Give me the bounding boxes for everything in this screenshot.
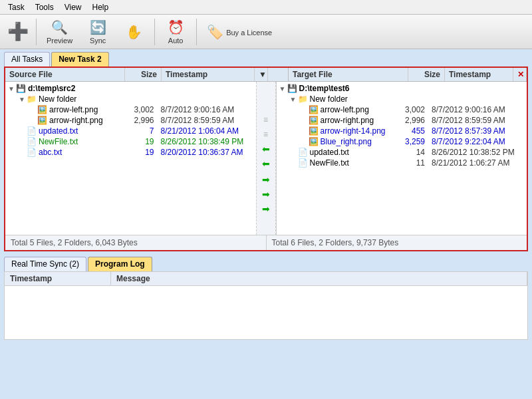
folder-icon: 📁	[298, 94, 308, 104]
source-folder-name: New folder	[39, 94, 255, 104]
expand-icon[interactable]: ▼	[7, 85, 16, 92]
target-file-size: 11	[399, 158, 429, 168]
source-file-timestamp: 8/7/2012 8:59:59 AM	[158, 116, 255, 125]
menu-item-view[interactable]: View	[59, 1, 87, 13]
source-file-timestamp: 8/7/2012 9:00:16 AM	[158, 105, 255, 114]
log-area: Timestamp Message	[4, 271, 528, 340]
menu-item-task[interactable]: Task	[3, 1, 30, 13]
image-icon: 🖼️	[309, 126, 319, 136]
sync-eq-1: ≡	[263, 114, 268, 126]
list-item: 📄 updated.txt 7 8/21/2012 1:06:04 AM	[5, 126, 256, 136]
auto-icon: ⏰	[168, 19, 184, 35]
source-file-name[interactable]: abc.txt	[39, 148, 125, 157]
target-root: ▼ 💾 D:\temp\test6	[277, 83, 527, 94]
sort-icon[interactable]: ▼	[255, 68, 268, 81]
source-file-size: 19	[125, 148, 158, 157]
list-item: 📄 NewFile.txt 19 8/26/2012 10:38:49 PM	[5, 136, 256, 147]
hand-button[interactable]: ✋	[117, 21, 150, 43]
close-panel-button[interactable]: ✕	[513, 68, 527, 81]
new-task-icon: ➕	[7, 21, 29, 42]
source-file-size: 19	[125, 137, 158, 146]
sync-right-1: ➡	[262, 174, 270, 186]
tab-real-time-sync[interactable]: Real Time Sync (2)	[4, 257, 86, 271]
sync-label: Sync	[90, 37, 106, 45]
target-panel: ▼ 💾 D:\temp\test6 ▼ 📁 New folder 🖼️ arro…	[276, 82, 527, 235]
tab-all-tasks[interactable]: All Tasks	[4, 52, 50, 66]
source-file-name[interactable]: NewFile.txt	[39, 137, 125, 146]
source-file-size: 7	[125, 126, 158, 136]
image-icon: 🖼️	[37, 116, 47, 125]
sync-left-2: ⬅	[262, 158, 270, 170]
source-file-name[interactable]: arrow-right.png	[49, 116, 125, 125]
text-file-icon: 📄	[27, 126, 37, 136]
target-file-header: Target File	[289, 68, 408, 81]
source-file-name[interactable]: arrow-left.png	[49, 105, 125, 114]
list-item: 📄 abc.txt 19 8/20/2012 10:36:37 AM	[5, 147, 256, 158]
source-file-timestamp: 8/21/2012 1:06:04 AM	[158, 126, 255, 136]
target-file-size: 3,002	[399, 105, 429, 114]
source-root: ▼ 💾 d:\temp\src2	[5, 83, 256, 94]
log-headers: Timestamp Message	[5, 272, 527, 286]
drive-icon: 💾	[287, 84, 297, 93]
target-file-size: 14	[399, 148, 429, 157]
target-folder-new: ▼ 📁 New folder	[277, 94, 527, 104]
text-file-icon: 📄	[27, 148, 37, 157]
toolbar: ➕ 🔍 Preview 🔄 Sync ✋ ⏰ Auto 🏷️ Buy a Lic…	[0, 15, 532, 49]
totals-row: Total 5 Files, 2 Folders, 6,043 Bytes To…	[5, 235, 527, 250]
source-file-timestamp: 8/20/2012 10:36:37 AM	[158, 148, 255, 157]
target-file-name[interactable]: updated.txt	[310, 148, 400, 157]
auto-label: Auto	[168, 37, 184, 45]
target-file-name[interactable]: arrow-right.png	[321, 116, 400, 125]
sync-right-2: ➡	[262, 188, 270, 200]
target-totals: Total 6 Files, 2 Folders, 9,737 Bytes	[266, 235, 527, 250]
preview-label: Preview	[47, 37, 72, 45]
top-tabs: All Tasks New Task 2	[0, 49, 532, 66]
target-file-name[interactable]: arrow-left.png	[321, 105, 400, 114]
preview-icon: 🔍	[51, 19, 68, 35]
expand-icon[interactable]: ▼	[278, 85, 287, 92]
image-icon: 🖼️	[309, 116, 319, 125]
target-folder-name: New folder	[310, 94, 526, 104]
new-task-button[interactable]: ➕	[4, 19, 32, 44]
list-item: 🖼️ arrow-left.png 3,002 8/7/2012 9:00:16…	[5, 104, 256, 115]
source-file-name[interactable]: updated.txt	[39, 126, 125, 136]
text-file-icon: 📄	[298, 158, 308, 168]
target-file-name[interactable]: Blue_right.png	[321, 137, 400, 146]
list-item: 📄 NewFile.txt 11 8/21/2012 1:06:27 AM	[277, 158, 527, 168]
menu-item-tools[interactable]: Tools	[30, 1, 59, 13]
source-root-label: d:\temp\src2	[28, 84, 255, 93]
list-item: 🖼️ arrow-left.png 3,002 8/7/2012 9:00:16…	[277, 104, 527, 115]
column-headers: Source File Size Timestamp ▼ Target File…	[5, 68, 527, 82]
image-icon: 🖼️	[37, 105, 47, 114]
auto-button[interactable]: ⏰ Auto	[159, 16, 192, 48]
source-timestamp-header: Timestamp	[162, 68, 255, 81]
buy-license-label: Buy a License	[226, 29, 272, 37]
source-panel: ▼ 💾 d:\temp\src2 ▼ 📁 New folder 🖼️ arrow…	[5, 82, 256, 235]
bottom-tabs: Real Time Sync (2) Program Log	[0, 254, 532, 271]
folder-icon: 📁	[27, 94, 37, 104]
expand-icon[interactable]: ▼	[17, 96, 27, 103]
tab-program-log[interactable]: Program Log	[88, 257, 152, 271]
log-content	[5, 286, 527, 339]
target-root-label: D:\temp\test6	[299, 84, 526, 93]
expand-icon[interactable]: ▼	[289, 96, 298, 103]
target-file-timestamp: 8/7/2012 8:59:59 AM	[429, 116, 525, 125]
target-file-timestamp: 8/21/2012 1:06:27 AM	[429, 158, 525, 168]
list-item: 📄 updated.txt 14 8/26/2012 10:38:52 PM	[277, 147, 527, 158]
preview-button[interactable]: 🔍 Preview	[41, 16, 78, 48]
list-item: 🖼️ arrow-right-14.png 455 8/7/2012 8:57:…	[277, 126, 527, 136]
buy-license-button[interactable]: 🏷️ Buy a License	[201, 21, 278, 43]
menu-item-help[interactable]: Help	[87, 1, 114, 13]
main-panel: Source File Size Timestamp ▼ Target File…	[4, 66, 528, 251]
sync-left-1: ⬅	[262, 143, 270, 155]
source-file-size: 3,002	[125, 105, 158, 114]
source-file-header: Source File	[5, 68, 125, 81]
sync-right-3: ➡	[262, 203, 270, 215]
tab-new-task-2[interactable]: New Task 2	[51, 52, 108, 66]
text-file-icon: 📄	[298, 148, 308, 157]
target-file-size: 3,259	[399, 137, 429, 146]
sync-button[interactable]: 🔄 Sync	[81, 16, 114, 48]
target-file-timestamp: 8/7/2012 9:22:04 AM	[429, 137, 525, 146]
target-file-name[interactable]: arrow-right-14.png	[321, 126, 400, 136]
target-file-name[interactable]: NewFile.txt	[310, 158, 400, 168]
